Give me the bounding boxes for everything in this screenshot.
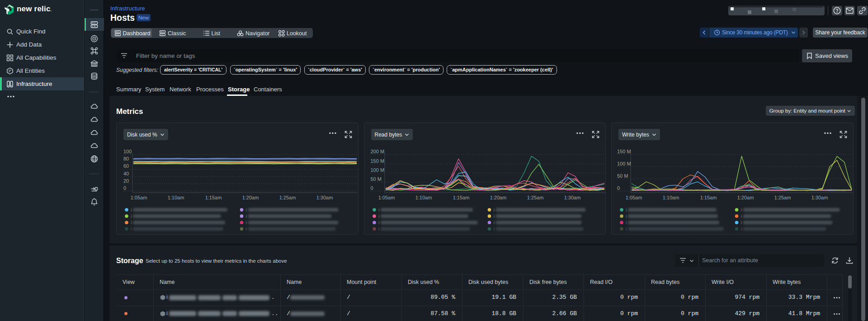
svg-text:60: 60	[123, 163, 129, 169]
svg-text:1:30am: 1:30am	[811, 195, 828, 200]
svg-text:150 M: 150 M	[617, 149, 631, 154]
svg-text:100 M: 100 M	[617, 161, 631, 166]
svg-text:i: i	[741, 226, 742, 231]
svg-text:1:10am: 1:10am	[415, 195, 432, 200]
svg-text:1:25am: 1:25am	[774, 195, 791, 200]
svg-text:i: i	[493, 220, 494, 225]
svg-text:i: i	[378, 213, 379, 219]
svg-text:i: i	[246, 207, 247, 212]
svg-text:1:15am: 1:15am	[453, 195, 469, 200]
svg-text:i: i	[246, 226, 247, 231]
svg-text:i: i	[246, 213, 247, 219]
svg-text:1:15am: 1:15am	[205, 195, 222, 200]
svg-text:i: i	[131, 226, 132, 231]
svg-text:0: 0	[370, 185, 373, 191]
svg-text:i: i	[378, 226, 379, 231]
svg-text:i: i	[493, 213, 494, 219]
svg-text:i: i	[131, 220, 132, 225]
svg-text:1:25am: 1:25am	[279, 195, 296, 200]
svg-text:100 M: 100 M	[370, 167, 384, 173]
svg-text:i: i	[493, 226, 494, 231]
svg-text:1:10am: 1:10am	[663, 195, 679, 200]
svg-text:80: 80	[123, 156, 129, 161]
svg-text:20: 20	[123, 178, 129, 184]
svg-text:1:30am: 1:30am	[564, 195, 580, 200]
svg-text:i: i	[131, 213, 132, 219]
svg-text:i: i	[626, 226, 627, 231]
svg-text:1:10am: 1:10am	[168, 195, 184, 200]
svg-text:1:05am: 1:05am	[378, 195, 395, 200]
svg-text:100: 100	[123, 149, 132, 154]
svg-text:1:20am: 1:20am	[490, 195, 506, 200]
svg-text:i: i	[378, 220, 379, 225]
svg-text:200 M: 200 M	[370, 149, 384, 154]
svg-text:50 M: 50 M	[370, 176, 381, 182]
svg-text:i: i	[378, 207, 379, 212]
svg-text:1:20am: 1:20am	[737, 195, 754, 200]
svg-text:1:15am: 1:15am	[700, 195, 717, 200]
svg-text:i: i	[626, 213, 627, 219]
svg-text:i: i	[493, 207, 494, 212]
svg-text:50 M: 50 M	[617, 173, 628, 179]
svg-text:i: i	[626, 207, 627, 212]
svg-text:1:05am: 1:05am	[131, 195, 147, 200]
svg-text:i: i	[741, 220, 742, 225]
svg-text:1:20am: 1:20am	[242, 195, 259, 200]
svg-text:i: i	[741, 207, 742, 212]
svg-text:1:05am: 1:05am	[626, 195, 642, 200]
svg-text:0: 0	[617, 185, 620, 191]
svg-text:1:30am: 1:30am	[316, 195, 333, 200]
svg-text:0: 0	[123, 185, 126, 191]
svg-text:150 M: 150 M	[370, 158, 384, 164]
svg-text:i: i	[131, 207, 132, 212]
svg-text:1:25am: 1:25am	[527, 195, 543, 200]
svg-text:40: 40	[123, 171, 129, 176]
svg-text:i: i	[246, 220, 247, 225]
svg-text:i: i	[741, 213, 742, 219]
svg-text:i: i	[626, 220, 627, 225]
